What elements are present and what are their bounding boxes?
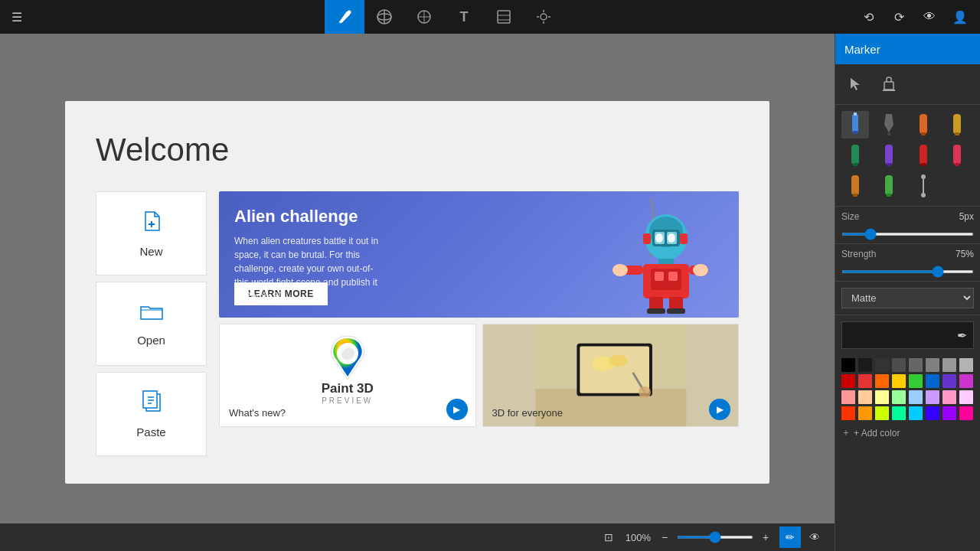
color-swatch[interactable] bbox=[926, 374, 939, 388]
open-button[interactable]: Open bbox=[96, 282, 207, 366]
svg-rect-70 bbox=[953, 145, 961, 165]
color-swatch[interactable] bbox=[909, 390, 923, 404]
color-swatch[interactable] bbox=[942, 390, 956, 404]
svg-rect-69 bbox=[921, 163, 926, 166]
svg-rect-64 bbox=[851, 145, 859, 165]
color-swatch[interactable] bbox=[959, 390, 973, 404]
fill-tool-btn[interactable] bbox=[484, 0, 524, 34]
account-icon[interactable]: 👤 bbox=[946, 3, 974, 31]
svg-rect-72 bbox=[851, 175, 859, 195]
menu-button[interactable]: ☰ bbox=[0, 0, 34, 34]
brush-gold-marker[interactable] bbox=[943, 111, 971, 139]
text-tool-btn[interactable]: T bbox=[444, 0, 484, 34]
brush-red-marker[interactable] bbox=[910, 142, 937, 169]
open-label: Open bbox=[137, 334, 165, 347]
zoom-in-btn[interactable]: + bbox=[758, 531, 773, 543]
color-swatch[interactable] bbox=[909, 406, 923, 420]
brush-orange-marker[interactable] bbox=[910, 111, 937, 139]
brush-red2-marker[interactable] bbox=[943, 142, 971, 169]
color-swatch[interactable] bbox=[858, 390, 872, 404]
color-swatch[interactable] bbox=[909, 358, 923, 372]
svg-point-10 bbox=[541, 14, 547, 20]
paste-label: Paste bbox=[136, 425, 165, 439]
color-swatch[interactable] bbox=[875, 390, 889, 404]
undo-icon[interactable]: ⟲ bbox=[854, 3, 882, 31]
color-swatch[interactable] bbox=[926, 406, 939, 420]
color-swatch[interactable] bbox=[892, 374, 906, 388]
paste-button[interactable]: Paste bbox=[96, 372, 207, 456]
whats-new-play-btn[interactable]: ▶ bbox=[446, 399, 468, 420]
color-swatch[interactable] bbox=[841, 390, 855, 404]
color-swatch[interactable] bbox=[841, 358, 855, 372]
color-swatch[interactable] bbox=[875, 358, 889, 372]
brush-green-marker[interactable] bbox=[875, 172, 903, 200]
3d-everyone-card[interactable]: 3D for everyone ▶ bbox=[482, 324, 740, 427]
color-swatch[interactable] bbox=[841, 406, 855, 420]
color-swatch[interactable] bbox=[926, 358, 939, 372]
3d-everyone-label: 3D for everyone bbox=[492, 407, 564, 419]
size-value: 5px bbox=[959, 211, 974, 222]
color-swatch[interactable] bbox=[942, 374, 956, 388]
eyedropper-icon[interactable]: ✒ bbox=[951, 328, 973, 343]
color-swatch[interactable] bbox=[858, 406, 872, 420]
svg-rect-7 bbox=[498, 11, 510, 23]
right-content: Alien challenge When alien creatures bat… bbox=[219, 191, 739, 456]
color-swatch[interactable] bbox=[841, 374, 855, 388]
color-display: ✒ bbox=[841, 321, 974, 349]
open-folder-icon bbox=[139, 301, 164, 328]
size-slider-row: Size 5px bbox=[835, 207, 980, 244]
color-swatch[interactable] bbox=[959, 374, 973, 388]
svg-point-53 bbox=[639, 386, 651, 399]
brush-teal-marker[interactable] bbox=[841, 142, 869, 169]
color-swatch[interactable] bbox=[959, 358, 973, 372]
svg-rect-65 bbox=[853, 163, 858, 166]
new-button[interactable]: New bbox=[96, 191, 207, 276]
whats-new-card[interactable]: Paint 3D PREVIEW What's new? ▶ bbox=[219, 324, 476, 427]
size-slider[interactable] bbox=[841, 233, 974, 236]
tool-select-row bbox=[835, 64, 980, 105]
svg-point-0 bbox=[348, 11, 351, 15]
color-swatch[interactable] bbox=[942, 358, 956, 372]
redo-icon[interactable]: ⟳ bbox=[885, 3, 913, 31]
effects-tool-btn[interactable] bbox=[524, 0, 564, 34]
color-swatch[interactable] bbox=[875, 406, 889, 420]
color-swatch[interactable] bbox=[875, 374, 889, 388]
add-color-button[interactable]: ＋ + Add color bbox=[841, 426, 974, 439]
pointer-tool-icon[interactable] bbox=[841, 70, 869, 98]
svg-rect-71 bbox=[955, 163, 959, 166]
brush-purple-marker[interactable] bbox=[875, 142, 903, 169]
color-swatch[interactable] bbox=[892, 406, 906, 420]
svg-rect-61 bbox=[921, 132, 926, 135]
brush-line-tool[interactable] bbox=[910, 172, 937, 200]
brush-orange2-marker[interactable] bbox=[841, 172, 869, 200]
svg-rect-56 bbox=[852, 114, 858, 132]
main-area: Welcome New bbox=[0, 34, 980, 551]
zoom-slider[interactable] bbox=[677, 536, 753, 539]
zoom-out-btn[interactable]: − bbox=[657, 531, 672, 543]
shapes-tool-btn[interactable] bbox=[404, 0, 444, 34]
matte-dropdown[interactable]: Matte bbox=[841, 288, 974, 308]
crop-icon[interactable]: ⊡ bbox=[598, 527, 619, 548]
brush-blue-marker[interactable] bbox=[841, 111, 869, 139]
color-swatch[interactable] bbox=[926, 390, 939, 404]
brush-tool-btn[interactable] bbox=[325, 0, 364, 34]
2d-view-btn[interactable]: ✏ bbox=[779, 527, 801, 548]
matte-row: Matte bbox=[835, 282, 980, 315]
paste-icon bbox=[140, 390, 163, 419]
strength-slider[interactable] bbox=[841, 270, 974, 273]
canvas-area[interactable]: Welcome New bbox=[0, 34, 835, 551]
svg-rect-59 bbox=[887, 132, 890, 135]
color-swatch[interactable] bbox=[858, 358, 872, 372]
3d-view-btn[interactable]: 👁 bbox=[804, 527, 825, 548]
color-swatch[interactable] bbox=[942, 406, 956, 420]
color-swatch[interactable] bbox=[892, 390, 906, 404]
color-swatch[interactable] bbox=[892, 358, 906, 372]
color-swatch[interactable] bbox=[909, 374, 923, 388]
color-swatch[interactable] bbox=[858, 374, 872, 388]
color-swatch[interactable] bbox=[959, 406, 973, 420]
3d-tool-btn[interactable] bbox=[364, 0, 404, 34]
3d-everyone-play-btn[interactable]: ▶ bbox=[709, 399, 730, 420]
brush-gray-marker[interactable] bbox=[875, 111, 903, 139]
stamp-tool-icon[interactable] bbox=[875, 70, 903, 98]
view-icon[interactable]: 👁 bbox=[916, 3, 943, 31]
